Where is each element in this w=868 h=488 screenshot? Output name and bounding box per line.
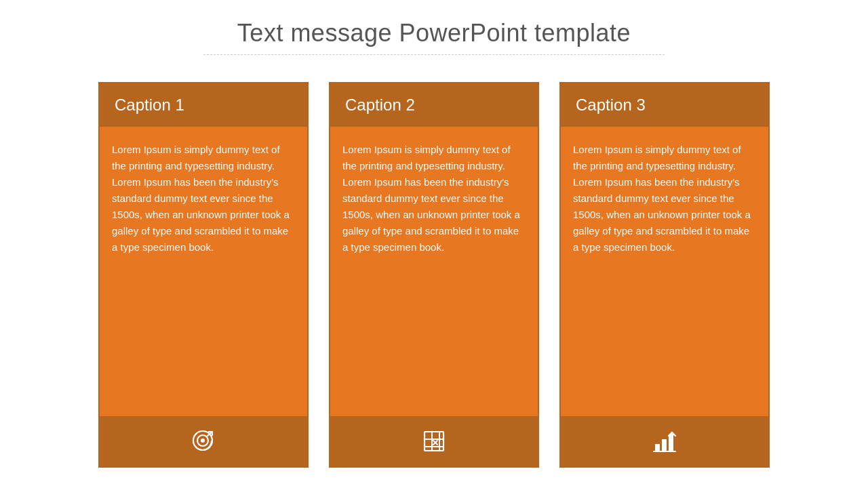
grid-calculator-icon (419, 426, 449, 456)
card-2-body: Lorem Ipsum is simply dummy text of the … (330, 127, 538, 416)
card-1-header: Caption 1 (100, 83, 307, 127)
card-1: Caption 1 Lorem Ipsum is simply dummy te… (98, 82, 309, 468)
page-title: Text message PowerPoint template (41, 19, 827, 47)
card-3-body: Lorem Ipsum is simply dummy text of the … (561, 127, 768, 416)
svg-point-2 (201, 439, 205, 443)
svg-rect-11 (655, 444, 660, 451)
card-3-title: Caption 3 (576, 96, 646, 114)
bar-chart-icon (650, 426, 679, 456)
card-2-header: Caption 2 (330, 83, 538, 127)
card-3-header: Caption 3 (561, 83, 768, 127)
target-icon (189, 426, 218, 456)
card-1-body: Lorem Ipsum is simply dummy text of the … (100, 127, 307, 416)
card-2-footer (330, 416, 538, 466)
card-2-text: Lorem Ipsum is simply dummy text of the … (342, 142, 526, 256)
card-1-footer (100, 416, 307, 466)
title-area: Text message PowerPoint template (0, 0, 868, 55)
card-3: Caption 3 Lorem Ipsum is simply dummy te… (559, 82, 770, 468)
card-1-text: Lorem Ipsum is simply dummy text of the … (112, 142, 295, 256)
cards-container: Caption 1 Lorem Ipsum is simply dummy te… (0, 55, 868, 488)
card-2: Caption 2 Lorem Ipsum is simply dummy te… (329, 82, 539, 468)
card-3-text: Lorem Ipsum is simply dummy text of the … (573, 142, 756, 256)
card-3-footer (561, 416, 768, 466)
svg-rect-12 (662, 439, 667, 451)
card-1-title: Caption 1 (115, 96, 184, 114)
card-2-title: Caption 2 (345, 96, 415, 114)
